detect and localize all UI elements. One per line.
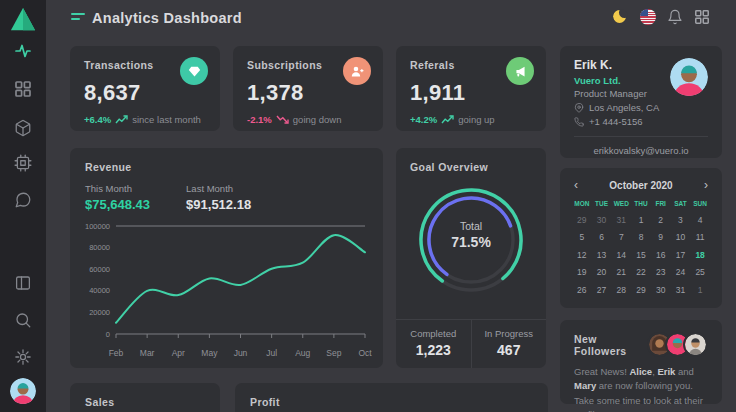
subscriptions-card: Subscriptions 1,378 -2.1% going down bbox=[233, 46, 383, 131]
calendar-day[interactable]: 10 bbox=[671, 232, 691, 242]
completed-label: Completed bbox=[396, 328, 471, 339]
calendar-day[interactable]: 22 bbox=[631, 267, 651, 277]
sales-card: Sales bbox=[70, 383, 220, 412]
calendar-day-name: THU bbox=[631, 200, 651, 207]
trend-up-icon bbox=[115, 115, 128, 124]
calendar-day[interactable]: 16 bbox=[651, 250, 671, 260]
apps-grid-icon[interactable] bbox=[694, 9, 710, 25]
calendar-prev-icon[interactable]: ‹ bbox=[572, 179, 580, 191]
cpu-chip-icon[interactable] bbox=[14, 154, 32, 172]
calendar-day[interactable]: 14 bbox=[611, 250, 631, 260]
calendar-day[interactable]: 20 bbox=[592, 267, 612, 277]
calendar-day[interactable]: 21 bbox=[611, 267, 631, 277]
calendar-day[interactable]: 25 bbox=[690, 267, 710, 277]
calendar-day[interactable]: 19 bbox=[572, 267, 592, 277]
trend-up-icon bbox=[441, 115, 454, 124]
referals-card: Referals 1,911 +4.2% going up bbox=[396, 46, 546, 131]
profile-phone: +1 444-5156 bbox=[589, 116, 643, 127]
calendar-day[interactable]: 29 bbox=[631, 285, 651, 295]
stat-note: going up bbox=[458, 114, 494, 125]
dark-mode-moon-icon[interactable] bbox=[613, 9, 629, 25]
calendar-day[interactable]: 9 bbox=[651, 232, 671, 242]
calendar-day[interactable]: 1 bbox=[690, 285, 710, 295]
chat-bubble-icon[interactable] bbox=[14, 191, 32, 209]
megaphone-icon bbox=[506, 57, 534, 85]
calendar-day[interactable]: 29 bbox=[572, 215, 592, 225]
calendar-day[interactable]: 27 bbox=[592, 285, 612, 295]
calendar-card: ‹ October 2020 › MONTUEWEDTHUFRISATSUN29… bbox=[560, 168, 722, 308]
new-followers-card: New Followers Great News! Alice, Erik an… bbox=[560, 320, 722, 404]
in-progress-label: In Progress bbox=[472, 328, 547, 339]
calendar-day[interactable]: 18 bbox=[690, 250, 710, 260]
calendar-day[interactable]: 3 bbox=[671, 215, 691, 225]
completed-value: 1,223 bbox=[396, 342, 471, 358]
calendar-day[interactable]: 23 bbox=[651, 267, 671, 277]
x-tick-label: Feb bbox=[109, 348, 124, 358]
calendar-day[interactable]: 8 bbox=[631, 232, 651, 242]
goal-gauge: Total 71.5% bbox=[411, 180, 531, 300]
profile-card: Erik K. Vuero Ltd. Product Manager Los A… bbox=[560, 46, 722, 158]
calendar-day[interactable]: 1 bbox=[631, 215, 651, 225]
calendar-day-name: MON bbox=[572, 200, 592, 207]
x-tick-label: Sep bbox=[326, 348, 341, 358]
calendar-next-icon[interactable]: › bbox=[702, 179, 710, 191]
settings-gear-icon[interactable] bbox=[14, 348, 32, 366]
x-tick-label: Apr bbox=[172, 348, 185, 358]
calendar-day-name: TUE bbox=[592, 200, 612, 207]
calendar-day-name: WED bbox=[611, 200, 631, 207]
calendar-day[interactable]: 31 bbox=[671, 285, 691, 295]
stat-delta: -2.1% bbox=[247, 114, 272, 125]
notifications-bell-icon[interactable] bbox=[667, 9, 683, 25]
goal-title: Goal Overview bbox=[410, 161, 532, 173]
trend-down-icon bbox=[276, 115, 289, 124]
package-box-icon[interactable] bbox=[14, 119, 32, 137]
this-month-value: $75,648.43 bbox=[85, 197, 150, 212]
revenue-line-chart: 020000400006000080000100000FebMarAprMayJ… bbox=[78, 216, 375, 362]
location-pin-icon bbox=[574, 103, 584, 113]
y-tick-label: 80000 bbox=[89, 243, 110, 252]
x-tick-label: Mar bbox=[140, 348, 155, 358]
calendar-day[interactable]: 28 bbox=[611, 285, 631, 295]
in-progress-value: 467 bbox=[472, 342, 547, 358]
analytics-dashboard: Analytics Dashboard Transactions 8,637 +… bbox=[0, 0, 736, 412]
calendar-day[interactable]: 4 bbox=[690, 215, 710, 225]
calendar-grid: MONTUEWEDTHUFRISATSUN2930311234567891011… bbox=[572, 200, 710, 295]
calendar-day[interactable]: 2 bbox=[651, 215, 671, 225]
calendar-day[interactable]: 6 bbox=[592, 232, 612, 242]
phone-icon bbox=[574, 117, 584, 127]
calendar-day[interactable]: 5 bbox=[572, 232, 592, 242]
y-tick-label: 60000 bbox=[89, 265, 110, 274]
x-tick-label: Oct bbox=[358, 348, 372, 358]
calendar-day[interactable]: 11 bbox=[690, 232, 710, 242]
calendar-day-name: SAT bbox=[671, 200, 691, 207]
calendar-day[interactable]: 7 bbox=[611, 232, 631, 242]
calendar-day[interactable]: 12 bbox=[572, 250, 592, 260]
app-logo-icon[interactable] bbox=[10, 7, 36, 31]
menu-toggle-icon[interactable] bbox=[71, 13, 85, 23]
followers-message: Great News! Alice, Erik and Mary are now… bbox=[574, 365, 708, 412]
calendar-day[interactable]: 13 bbox=[592, 250, 612, 260]
last-month-value: $91,512.18 bbox=[186, 197, 251, 212]
x-tick-label: Jun bbox=[234, 348, 248, 358]
page-title: Analytics Dashboard bbox=[92, 10, 242, 26]
language-flag-us-icon[interactable] bbox=[640, 9, 656, 25]
stat-note: since last month bbox=[132, 114, 201, 125]
panel-columns-icon[interactable] bbox=[14, 274, 32, 292]
calendar-day[interactable]: 30 bbox=[592, 215, 612, 225]
sidebar-user-avatar[interactable] bbox=[10, 378, 36, 404]
y-tick-label: 40000 bbox=[89, 286, 110, 295]
calendar-day-name: FRI bbox=[651, 200, 671, 207]
calendar-day[interactable]: 31 bbox=[611, 215, 631, 225]
search-icon[interactable] bbox=[14, 311, 32, 329]
calendar-day[interactable]: 17 bbox=[671, 250, 691, 260]
divider bbox=[574, 136, 708, 137]
x-tick-label: Aug bbox=[295, 348, 310, 358]
calendar-day[interactable]: 30 bbox=[651, 285, 671, 295]
activity-icon[interactable] bbox=[14, 42, 32, 60]
apps-grid-icon[interactable] bbox=[14, 80, 32, 98]
calendar-day[interactable]: 15 bbox=[631, 250, 651, 260]
calendar-day[interactable]: 24 bbox=[671, 267, 691, 277]
revenue-line bbox=[116, 235, 365, 323]
calendar-day[interactable]: 26 bbox=[572, 285, 592, 295]
followers-text: Great News! bbox=[574, 366, 629, 377]
